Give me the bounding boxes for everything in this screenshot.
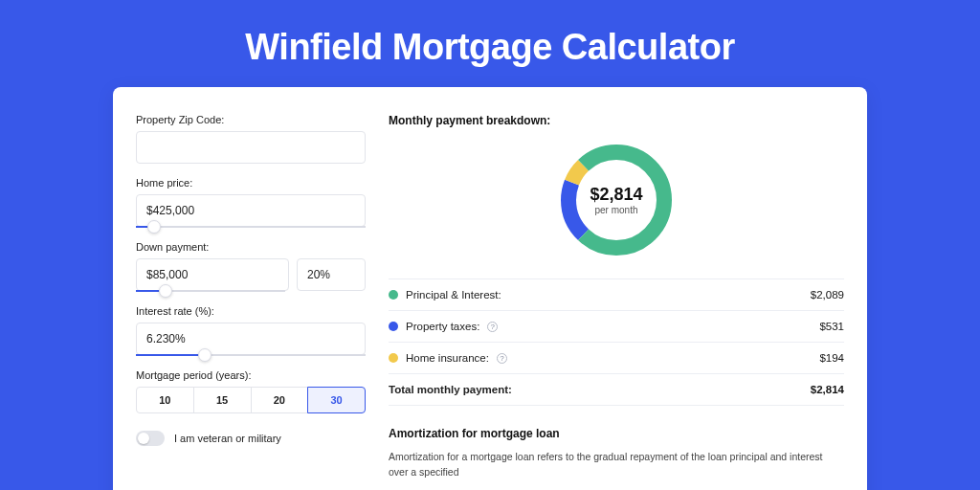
- legend-value: $194: [819, 352, 844, 364]
- legend-dot: [389, 353, 398, 363]
- rate-row: Interest rate (%):: [136, 305, 366, 356]
- amortization-title: Amortization for mortgage loan: [389, 427, 844, 440]
- rate-slider-thumb[interactable]: [198, 348, 212, 362]
- rate-slider-fill: [136, 354, 205, 356]
- price-input[interactable]: [136, 194, 366, 227]
- term-row: Mortgage period (years): 10152030: [136, 369, 366, 413]
- down-label: Down payment:: [136, 241, 366, 253]
- down-slider[interactable]: [136, 290, 285, 292]
- rate-slider[interactable]: [136, 354, 366, 356]
- legend-value: $2,089: [811, 289, 844, 301]
- legend: Principal & Interest:$2,089Property taxe…: [389, 278, 844, 406]
- amortization-section: Amortization for mortgage loan Amortizat…: [389, 427, 844, 480]
- breakdown-title: Monthly payment breakdown:: [389, 114, 844, 127]
- legend-total-row: Total monthly payment:$2,814: [389, 374, 844, 406]
- veteran-label: I am veteran or military: [174, 433, 281, 444]
- legend-label: Property taxes:: [406, 321, 479, 332]
- price-row: Home price:: [136, 177, 366, 228]
- zip-label: Property Zip Code:: [136, 114, 366, 125]
- zip-row: Property Zip Code:: [136, 114, 366, 164]
- donut-center-sub: per month: [594, 205, 637, 215]
- info-icon[interactable]: ?: [487, 322, 498, 332]
- term-option-15[interactable]: 15: [193, 387, 252, 413]
- rate-input[interactable]: [136, 323, 366, 355]
- down-slider-thumb[interactable]: [159, 284, 172, 298]
- price-slider[interactable]: [136, 226, 366, 228]
- term-label: Mortgage period (years):: [136, 369, 366, 381]
- term-option-10[interactable]: 10: [136, 387, 194, 413]
- amortization-text: Amortization for a mortgage loan refers …: [389, 450, 844, 480]
- veteran-row: I am veteran or military: [136, 431, 366, 446]
- term-group: 10152030: [136, 387, 366, 413]
- payment-donut-chart: $2,814 per month: [557, 141, 676, 259]
- page-title: Winfield Mortgage Calculator: [0, 0, 980, 87]
- legend-total-label: Total monthly payment:: [389, 384, 512, 395]
- zip-input[interactable]: [136, 131, 366, 164]
- info-icon[interactable]: ?: [497, 353, 507, 364]
- calculator-card: Property Zip Code: Home price: Down paym…: [113, 87, 867, 490]
- legend-label: Home insurance:: [406, 352, 489, 364]
- veteran-toggle[interactable]: [136, 431, 165, 446]
- legend-row: Home insurance:?$194: [389, 343, 844, 374]
- form-column: Property Zip Code: Home price: Down paym…: [136, 114, 366, 480]
- legend-dot: [389, 322, 398, 331]
- rate-label: Interest rate (%):: [136, 305, 366, 317]
- price-label: Home price:: [136, 177, 366, 189]
- legend-label: Principal & Interest:: [406, 289, 501, 301]
- down-amount-input[interactable]: [136, 258, 289, 291]
- price-slider-thumb[interactable]: [147, 220, 161, 234]
- legend-row: Property taxes:?$531: [389, 311, 844, 343]
- term-option-30[interactable]: 30: [307, 387, 366, 413]
- legend-dot: [389, 290, 398, 300]
- term-option-20[interactable]: 20: [251, 387, 309, 413]
- down-row: Down payment:: [136, 241, 366, 292]
- legend-row: Principal & Interest:$2,089: [389, 279, 844, 311]
- down-pct-input[interactable]: [297, 258, 366, 291]
- legend-value: $531: [819, 321, 844, 332]
- legend-total-value: $2,814: [811, 384, 844, 395]
- results-column: Monthly payment breakdown: $2,814 per mo…: [389, 114, 844, 480]
- donut-center-amount: $2,814: [590, 185, 642, 205]
